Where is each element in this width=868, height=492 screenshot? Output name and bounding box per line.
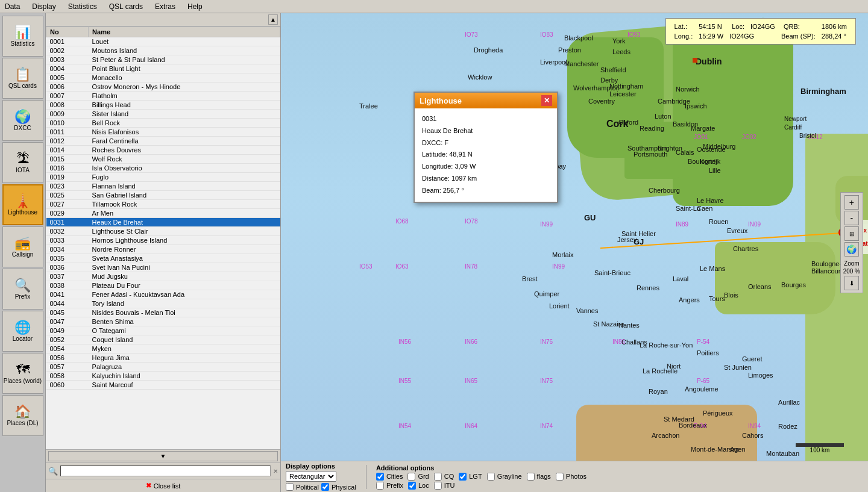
clear-search-button[interactable]: ✕ [273,468,278,475]
table-row[interactable]: 0019Fuglo [46,173,280,182]
table-row[interactable]: 0060Saint Marcouf [46,381,280,390]
dxcc-icon: 🌍 [14,110,31,123]
sidebar-btn-statistics[interactable]: 📊 Statistics [2,16,43,57]
list-panel: ▲ No Name 0001Louet0002Moutons Island000… [46,13,281,492]
menu-qsl[interactable]: QSL cards [107,1,145,12]
table-row[interactable]: 0054Myken [46,344,280,353]
table-row[interactable]: 0033Hornos Lighthouse Island [46,236,280,245]
sidebar-btn-dxcc[interactable]: 🌍 DXCC [2,100,43,141]
cq-checkbox[interactable] [434,473,442,481]
table-row[interactable]: 0037Mud Jugsku [46,272,280,281]
popup-close-button[interactable]: ✕ [541,95,552,106]
prefix-bottom-label: Prefix [386,482,403,489]
table-row[interactable]: 0031Heaux De Brehat [46,218,280,227]
sidebar-btn-qsl[interactable]: 📋 QSL cards [2,58,43,99]
table-row[interactable]: 0009Sister Island [46,110,280,119]
zoom-globe-button[interactable]: 🌍 [844,242,859,257]
row-number: 0038 [46,281,89,290]
sidebar-btn-iota[interactable]: 🏝 IOTA [2,142,43,183]
table-row[interactable]: 0007Flatholm [46,92,280,101]
table-row[interactable]: 0049O Tategami [46,326,280,335]
table-row[interactable]: 0010Bell Rock [46,119,280,128]
political-checkbox[interactable] [286,483,294,491]
table-row[interactable]: 0006Ostrov Moneron - Mys Hinode [46,83,280,92]
table-row[interactable]: 0016Isla Observatorio [46,164,280,173]
lgt-checkbox[interactable] [459,473,467,481]
sidebar-btn-places-world[interactable]: 🗺 Places (world) [2,353,43,394]
row-name: Tillamook Rock [89,200,280,209]
table-row[interactable]: 0002Moutons Island [46,46,280,55]
flags-checkbox[interactable] [527,473,535,481]
table-row[interactable]: 0023Flannan Island [46,182,280,191]
physical-checkbox[interactable] [321,483,329,491]
table-row[interactable]: 0014Roches Douvres [46,146,280,155]
table-row[interactable]: 0038Plateau Du Four [46,281,280,290]
menu-data[interactable]: Data [2,1,22,12]
zoom-out-button[interactable]: - [844,211,859,225]
sidebar-btn-prefix[interactable]: 🔍 Prefix [2,269,43,310]
table-row[interactable]: 0034Nordre Ronner [46,245,280,254]
table-row[interactable]: 0044Tory Island [46,299,280,308]
city-label: Margate [691,125,715,132]
row-number: 0058 [46,372,89,381]
table-row[interactable]: 0045Nisides Bouvais - Melan Tioi [46,308,280,317]
city-label: Preston [558,46,581,54]
zoom-fit-button[interactable]: ⊞ [844,226,859,241]
sidebar-btn-lighthouse[interactable]: 🗼 Lighthouse [2,184,43,225]
loc-checkbox[interactable] [408,482,416,490]
display-type-select[interactable]: Rectangular Mercator Azimuthal [286,471,336,482]
city-label: Aurillac [778,399,800,406]
menu-display[interactable]: Display [30,1,58,12]
menu-help[interactable]: Help [185,1,205,12]
table-row[interactable]: 0008Billings Head [46,101,280,110]
row-number: 0009 [46,110,89,119]
table-row[interactable]: 0025San Gabriel Island [46,191,280,200]
sidebar-btn-places-dl[interactable]: 🏠 Places (DL) [2,395,43,436]
table-row[interactable]: 0035Sveta Anastasiya [46,254,280,263]
zoom-in-button[interactable]: + [844,195,859,210]
photos-checkbox[interactable] [556,473,564,481]
zoom-arrow-button[interactable]: ⬇ [844,276,859,290]
sidebar-btn-locator[interactable]: 🌐 Locator [2,311,43,352]
table-row[interactable]: 0029Ar Men [46,209,280,218]
table-row[interactable]: 0004Point Blunt Light [46,64,280,73]
table-row[interactable]: 0036Svet Ivan Na Pucini [46,263,280,272]
grayline-checkbox[interactable] [487,473,495,481]
table-row[interactable]: 0052Coquet Island [46,335,280,344]
itu-checkbox[interactable] [434,482,442,490]
table-row[interactable]: 0027Tillamook Rock [46,200,280,209]
menu-statistics[interactable]: Statistics [66,1,99,12]
table-row[interactable]: 0012Faral Centinella [46,137,280,146]
table-row[interactable]: 0057Palagruza [46,363,280,372]
city-label: St Junien [724,364,752,371]
row-name: Wolf Rock [89,155,280,164]
sidebar-label-places-world: Places (world) [4,378,42,384]
search-input[interactable] [60,466,271,476]
menu-extras[interactable]: Extras [153,1,178,12]
cities-checkbox[interactable] [376,473,384,481]
prefix-checkbox[interactable] [376,482,384,490]
table-row[interactable]: 0005Monacello [46,73,280,83]
table-row[interactable]: 0015Wolf Rock [46,155,280,164]
table-row[interactable]: 0003St Peter & St Paul Island [46,55,280,64]
table-row[interactable]: 0047Benten Shima [46,317,280,326]
city-label: Bourges [781,281,806,288]
map-area[interactable]: IO73IO83IO93IO03IO13IO50IN99IN89IN09IN99… [281,13,868,461]
table-row[interactable]: 0001Louet [46,37,280,46]
grd-checkbox[interactable] [407,473,415,481]
city-label: Lille [709,167,721,174]
cork-label: Cork [606,119,628,129]
callsign-icon: 📻 [14,237,31,250]
city-label: Saint-Lo [676,205,700,212]
table-row[interactable]: 0032Lighthouse St Clair [46,227,280,236]
list-scroll-area[interactable]: No Name 0001Louet0002Moutons Island0003S… [46,26,280,449]
scroll-up-button[interactable]: ▲ [268,14,278,25]
table-row[interactable]: 0011Nisis Elafonisos [46,128,280,137]
search-icon: 🔍 [48,467,58,476]
scroll-down-button[interactable]: ▼ [48,451,278,461]
table-row[interactable]: 0058Kalyuchin Island [46,372,280,381]
sidebar-btn-callsign[interactable]: 📻 Callsign [2,226,43,267]
close-list-button[interactable]: ✖ Close list [46,479,280,492]
table-row[interactable]: 0041Fener Adasi - Kucuktavsan Ada [46,290,280,299]
table-row[interactable]: 0056Hegura Jima [46,353,280,363]
